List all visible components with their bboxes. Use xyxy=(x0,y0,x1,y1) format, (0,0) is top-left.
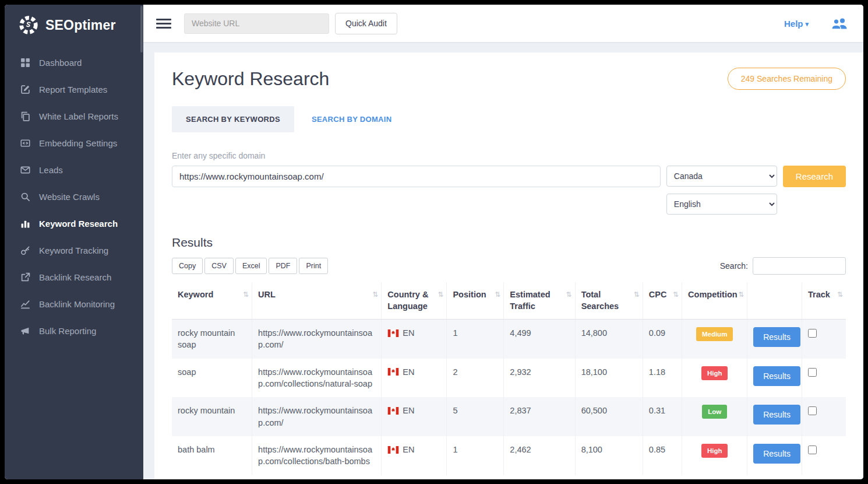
country-select[interactable]: Canada xyxy=(666,166,777,187)
header-competition[interactable]: Competition⇅ xyxy=(682,282,747,320)
sidebar-item-label: White Label Reports xyxy=(39,111,118,121)
sidebar-item-label: Embedding Settings xyxy=(39,138,117,148)
header-track[interactable]: Track⇅ xyxy=(802,282,846,320)
results-button[interactable]: Results xyxy=(753,366,800,386)
track-checkbox[interactable] xyxy=(808,368,817,377)
results-toolbar: Copy CSV Excel PDF Print Search: xyxy=(172,257,846,275)
canada-flag-icon xyxy=(387,368,399,376)
sidebar-item-keyword-research[interactable]: Keyword Research xyxy=(5,210,143,237)
header-total-searches[interactable]: Total Searches⇅ xyxy=(575,282,643,320)
white-label-reports-icon xyxy=(20,111,30,121)
track-checkbox[interactable] xyxy=(808,406,817,415)
header-estimated-traffic[interactable]: Estimated Traffic⇅ xyxy=(504,282,575,320)
bulk-reporting-icon xyxy=(20,326,30,336)
results-button[interactable]: Results xyxy=(753,444,800,464)
main-area: Quick Audit Help ▾ Keyword Research 249 … xyxy=(143,5,863,479)
sort-icon: ⇅ xyxy=(243,290,249,299)
table-row: soap https://www.rockymountainsoap.com/c… xyxy=(172,359,846,398)
tab-search-by-keywords[interactable]: SEARCH BY KEYWORDS xyxy=(172,106,294,132)
competition-badge: Medium xyxy=(696,327,733,341)
website-url-input[interactable] xyxy=(184,13,329,34)
track-cell xyxy=(802,320,846,359)
app-window: SEOptimer Dashboard Report Templates Whi… xyxy=(5,5,863,479)
users-icon[interactable] xyxy=(831,17,848,30)
header-keyword[interactable]: Keyword⇅ xyxy=(172,282,252,320)
sidebar-item-report-templates[interactable]: Report Templates xyxy=(5,76,143,103)
country-cell: EN xyxy=(382,359,447,398)
sidebar-item-leads[interactable]: Leads xyxy=(5,156,143,183)
content-area: Keyword Research 249 Searches Remaining … xyxy=(143,42,863,479)
sidebar-item-dashboard[interactable]: Dashboard xyxy=(5,49,143,76)
tab-search-by-domain[interactable]: SEARCH BY DOMAIN xyxy=(298,106,405,132)
brand-name: SEOptimer xyxy=(45,17,116,33)
table-search-input[interactable] xyxy=(753,257,846,275)
sidebar-menu: Dashboard Report Templates White Label R… xyxy=(5,49,143,344)
language-select[interactable]: English xyxy=(666,194,777,215)
competition-badge: High xyxy=(701,366,728,380)
table-header-row: Keyword⇅ URL⇅ Country & Language⇅ Positi… xyxy=(172,282,846,320)
position-cell: 1 xyxy=(447,436,504,475)
cpc-cell: 1.18 xyxy=(643,359,682,398)
sort-icon: ⇅ xyxy=(566,290,572,299)
sidebar-item-label: Keyword Tracking xyxy=(39,245,108,255)
header-cpc[interactable]: CPC⇅ xyxy=(643,282,682,320)
sidebar-item-label: Report Templates xyxy=(39,85,107,94)
track-checkbox[interactable] xyxy=(808,446,817,454)
sort-icon: ⇅ xyxy=(837,290,843,299)
sidebar-scrollbar[interactable] xyxy=(140,6,143,52)
brand-logo[interactable]: SEOptimer xyxy=(5,5,143,44)
copy-button[interactable]: Copy xyxy=(172,258,203,274)
backlink-research-icon xyxy=(20,272,30,282)
searches-remaining-badge[interactable]: 249 Searches Remaining xyxy=(728,68,846,90)
sidebar-item-white-label-reports[interactable]: White Label Reports xyxy=(5,103,143,129)
sidebar-item-website-crawls[interactable]: Website Crawls xyxy=(5,183,143,210)
domain-input[interactable] xyxy=(172,166,661,187)
sidebar: SEOptimer Dashboard Report Templates Whi… xyxy=(5,5,143,479)
sidebar-item-bulk-reporting[interactable]: Bulk Reporting xyxy=(5,317,143,344)
sidebar-item-keyword-tracking[interactable]: Keyword Tracking xyxy=(5,237,143,264)
sidebar-item-label: Leads xyxy=(39,165,63,175)
keyword-research-card: Keyword Research 249 Searches Remaining … xyxy=(154,52,863,479)
results-button[interactable]: Results xyxy=(753,327,800,347)
header-country-language[interactable]: Country & Language⇅ xyxy=(382,282,447,320)
keyword-cell: bath balm xyxy=(172,436,252,475)
track-cell xyxy=(802,436,846,475)
quick-audit-button[interactable]: Quick Audit xyxy=(335,13,397,34)
topbar: Quick Audit Help ▾ xyxy=(143,5,863,42)
print-button[interactable]: Print xyxy=(299,258,328,274)
url-cell: https://www.rockymountainsoap.com/collec… xyxy=(252,436,382,475)
url-cell: https://www.rockymountainsoap.com/collec… xyxy=(252,359,382,398)
keyword-cell: rocky mountain xyxy=(172,397,252,436)
traffic-cell: 4,499 xyxy=(504,320,575,359)
header-position[interactable]: Position⇅ xyxy=(447,282,504,320)
pdf-button[interactable]: PDF xyxy=(269,258,297,274)
header-url[interactable]: URL⇅ xyxy=(252,282,382,320)
track-checkbox[interactable] xyxy=(808,329,817,338)
excel-button[interactable]: Excel xyxy=(235,258,267,274)
hamburger-menu-icon[interactable] xyxy=(156,19,171,29)
searches-cell: 14,800 xyxy=(575,320,643,359)
cpc-cell: 0.31 xyxy=(643,397,682,436)
country-cell: EN xyxy=(382,436,447,475)
sidebar-item-label: Backlink Research xyxy=(39,272,111,282)
csv-button[interactable]: CSV xyxy=(204,258,234,274)
results-button[interactable]: Results xyxy=(753,405,800,425)
traffic-cell: 2,932 xyxy=(504,359,575,398)
competition-badge: High xyxy=(701,444,728,458)
keyword-research-icon xyxy=(20,219,30,229)
results-heading: Results xyxy=(172,236,846,250)
sidebar-item-backlink-research[interactable]: Backlink Research xyxy=(5,264,143,290)
searches-cell: 60,500 xyxy=(575,397,643,436)
sidebar-item-label: Website Crawls xyxy=(39,192,100,202)
action-cell: Results xyxy=(747,320,802,359)
website-crawls-icon xyxy=(20,192,30,202)
sidebar-item-embedding-settings[interactable]: Embedding Settings xyxy=(5,129,143,156)
url-cell: https://www.rockymountainsoap.com/ xyxy=(252,320,382,359)
results-table: Keyword⇅ URL⇅ Country & Language⇅ Positi… xyxy=(172,282,846,475)
help-dropdown[interactable]: Help ▾ xyxy=(784,19,809,29)
header-actions xyxy=(747,282,802,320)
research-button[interactable]: Research xyxy=(783,166,846,187)
canada-flag-icon xyxy=(387,407,399,415)
country-cell: EN xyxy=(382,397,447,436)
sidebar-item-backlink-monitoring[interactable]: Backlink Monitoring xyxy=(5,290,143,317)
